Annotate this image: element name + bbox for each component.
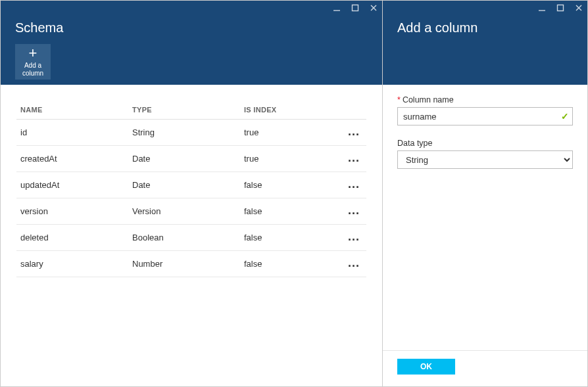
table-row: salary Number false ... [16,251,366,277]
column-name-group: *Column name ✓ [397,95,573,125]
row-more-icon[interactable]: ... [348,230,362,243]
add-column-footer: OK [383,350,587,386]
valid-check-icon: ✓ [561,111,569,122]
add-tile-line1: Add a [24,62,41,70]
data-type-group: Data type String [397,139,573,169]
cell-index: false [240,225,340,251]
row-more-icon[interactable]: ... [348,177,362,191]
add-column-header: Add a column [383,1,587,85]
row-more-icon[interactable]: ... [348,256,362,269]
table-row: createdAt Date true ... [16,146,366,172]
cell-name: version [16,198,128,225]
maximize-icon[interactable] [556,3,565,12]
schema-header: Schema + Add a column [1,1,382,85]
cell-name: deleted [16,225,128,251]
cell-name: createdAt [16,146,128,172]
cell-type: Boolean [128,225,240,251]
row-more-icon[interactable]: ... [348,151,362,164]
cell-name: salary [16,251,128,277]
right-window-controls [537,3,583,12]
table-row: id String true ... [16,120,366,146]
schema-pane: Schema + Add a column NAME TYPE IS INDEX [1,1,383,386]
header-name: NAME [16,101,128,120]
cell-type: Date [128,172,240,198]
column-name-label: *Column name [397,95,573,104]
cell-name: id [16,120,128,146]
minimize-icon[interactable] [537,3,547,12]
cell-type: Version [128,198,240,225]
schema-body: NAME TYPE IS INDEX id String true ... cr… [1,85,382,386]
data-type-label: Data type [397,139,573,148]
svg-rect-1 [353,5,358,11]
row-more-icon[interactable]: ... [348,204,362,217]
column-name-label-text: Column name [403,95,454,104]
add-column-tile-button[interactable]: + Add a column [15,44,51,80]
header-actions [340,101,366,120]
minimize-icon[interactable] [332,3,341,12]
left-window-controls [332,3,378,12]
cell-type: Number [128,251,240,277]
row-more-icon[interactable]: ... [348,125,362,138]
table-row: version Version false ... [16,198,366,225]
close-icon[interactable] [574,3,583,12]
cell-type: String [128,120,240,146]
schema-table: NAME TYPE IS INDEX id String true ... cr… [16,101,366,277]
header-isindex: IS INDEX [240,101,340,120]
data-type-select[interactable]: String [397,150,573,169]
table-row: deleted Boolean false ... [16,225,366,251]
ok-button[interactable]: OK [397,359,455,375]
schema-title: Schema [1,1,382,35]
cell-index: true [240,120,340,146]
add-column-body: *Column name ✓ Data type String [383,85,587,350]
cell-index: true [240,146,340,172]
cell-type: Date [128,146,240,172]
cell-name: updatedAt [16,172,128,198]
required-star-icon: * [397,95,401,104]
table-row: updatedAt Date false ... [16,172,366,198]
add-column-pane: Add a column *Column name ✓ Data type St… [383,1,587,386]
cell-index: false [240,251,340,277]
header-type: TYPE [128,101,240,120]
maximize-icon[interactable] [351,3,360,12]
column-name-input[interactable] [397,107,573,125]
plus-icon: + [29,46,37,60]
cell-index: false [240,172,340,198]
svg-rect-5 [558,5,564,11]
close-icon[interactable] [369,3,378,12]
add-tile-line2: column [22,70,43,78]
cell-index: false [240,198,340,225]
